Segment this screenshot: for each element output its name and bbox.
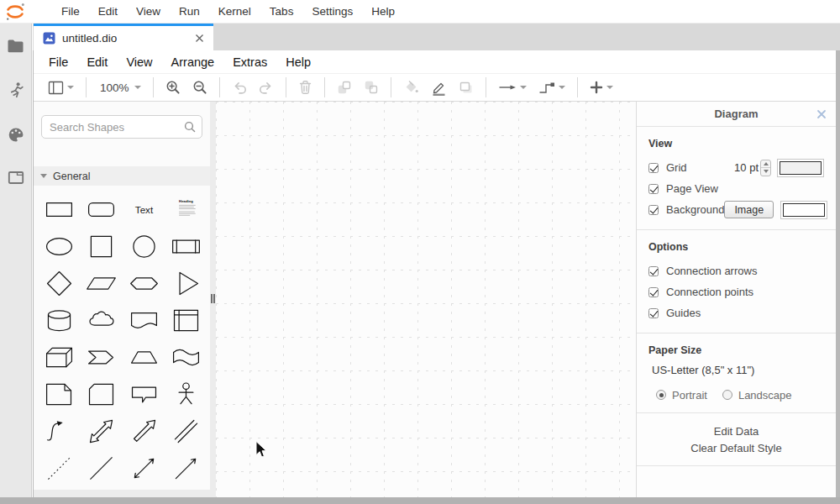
diagram-canvas[interactable] <box>216 102 636 497</box>
shape-bidirectional-block-arrow[interactable] <box>83 412 120 449</box>
paper-size-section: Paper Size US-Letter (8,5" x 11") Portra… <box>637 333 836 413</box>
page-view-label: Page View <box>666 182 718 195</box>
shape-rounded-rectangle[interactable] <box>83 191 120 228</box>
grid-color-swatch[interactable] <box>777 159 824 177</box>
shape-block-arrow[interactable] <box>125 412 162 449</box>
shape-card[interactable] <box>83 375 120 412</box>
undo-button[interactable] <box>228 81 250 95</box>
to-back-button[interactable] <box>360 80 382 95</box>
jupyter-menu-edit[interactable]: Edit <box>89 0 127 24</box>
jupyter-menu-tabs[interactable]: Tabs <box>260 0 303 24</box>
line-color-button[interactable] <box>428 80 450 96</box>
shape-textbox[interactable]: Heading <box>168 191 205 228</box>
paper-size-title: Paper Size <box>648 344 824 356</box>
shape-grid: TextHeading <box>34 186 210 490</box>
shape-tape[interactable] <box>168 339 205 375</box>
connection-arrows-checkbox[interactable] <box>648 266 659 276</box>
shape-rectangle[interactable] <box>40 191 77 228</box>
shape-text[interactable]: Text <box>125 191 162 228</box>
folder-icon[interactable] <box>7 39 24 54</box>
shape-triangle[interactable] <box>168 265 205 302</box>
jupyter-menu-run[interactable]: Run <box>170 0 209 24</box>
jupyter-menu-items: FileEditViewRunKernelTabsSettingsHelp <box>52 0 404 24</box>
drawio-menu-view[interactable]: View <box>117 55 161 69</box>
shape-cube[interactable] <box>40 339 77 375</box>
drawio-menu-file[interactable]: File <box>39 55 77 69</box>
shape-dashed-line[interactable] <box>40 449 77 486</box>
page-view-checkbox[interactable] <box>648 184 659 194</box>
shape-process[interactable] <box>168 228 205 265</box>
window-icon[interactable] <box>8 171 24 185</box>
shape-step[interactable] <box>83 339 120 375</box>
stepper-down-icon[interactable] <box>761 168 770 176</box>
waypoints-button[interactable] <box>535 81 569 94</box>
portrait-radio[interactable] <box>656 390 666 400</box>
drawio-menubar: FileEditViewArrangeExtrasHelp <box>34 50 836 73</box>
landscape-radio[interactable] <box>722 390 732 400</box>
zoom-level-dropdown[interactable]: 100% <box>95 81 144 94</box>
shape-callout[interactable] <box>125 375 162 412</box>
shape-note[interactable] <box>40 375 77 412</box>
drawio-menu-edit[interactable]: Edit <box>77 55 117 69</box>
shape-document[interactable] <box>125 302 162 339</box>
shape-trapezoid[interactable] <box>125 339 162 375</box>
shapes-canvas-divider[interactable] <box>210 102 216 497</box>
clear-default-style-button[interactable]: Clear Default Style <box>637 440 836 457</box>
shapes-section-general[interactable]: General <box>34 166 210 186</box>
close-panel-icon[interactable] <box>816 109 827 119</box>
divider-grip-icon[interactable] <box>211 294 215 303</box>
shape-diamond[interactable] <box>40 265 77 302</box>
drawio-menu-help[interactable]: Help <box>276 55 320 69</box>
fill-color-button[interactable] <box>400 80 423 95</box>
shape-circle[interactable] <box>125 228 162 265</box>
connection-style-button[interactable] <box>495 82 530 92</box>
delete-button[interactable] <box>295 80 316 95</box>
background-color-swatch[interactable] <box>780 201 827 219</box>
shape-ellipse[interactable] <box>40 228 77 265</box>
drawio-menu-arrange[interactable]: Arrange <box>162 55 224 69</box>
shape-directional-arrow[interactable] <box>168 449 205 486</box>
stepper-up-icon[interactable] <box>761 160 770 169</box>
edit-data-button[interactable]: Edit Data <box>637 423 836 440</box>
grid-size-stepper[interactable] <box>760 160 771 176</box>
drawio-toolbar: 100% <box>34 73 836 102</box>
view-panels-button[interactable] <box>45 81 77 95</box>
tab-close-icon[interactable] <box>194 33 205 44</box>
redo-button[interactable] <box>255 81 277 95</box>
jupyter-menu-view[interactable]: View <box>127 0 170 24</box>
jupyter-menu-help[interactable]: Help <box>362 0 404 24</box>
zoom-out-button[interactable] <box>189 80 211 95</box>
activity-bar <box>0 24 32 504</box>
shape-line[interactable] <box>83 449 120 486</box>
shape-link[interactable] <box>168 412 205 449</box>
tab-untitled-dio[interactable]: untitled.dio <box>34 24 213 50</box>
zoom-in-button[interactable] <box>162 80 184 95</box>
paper-size-select[interactable]: US-Letter (8,5" x 11") <box>652 364 824 376</box>
running-person-icon[interactable] <box>8 81 24 99</box>
drawio-menu-extras[interactable]: Extras <box>223 55 276 69</box>
jupyter-menu-settings[interactable]: Settings <box>302 0 362 24</box>
connection-points-checkbox[interactable] <box>648 287 659 297</box>
option-label: Guides <box>666 307 701 319</box>
search-shapes-input[interactable] <box>41 115 202 139</box>
grid-checkbox[interactable] <box>648 163 659 173</box>
to-front-button[interactable] <box>333 80 355 95</box>
shape-cylinder[interactable] <box>40 302 77 339</box>
shape-bidirectional-arrow[interactable] <box>125 449 162 486</box>
jupyter-menu-kernel[interactable]: Kernel <box>209 0 260 24</box>
tab-bar: untitled.dio <box>33 24 840 50</box>
shape-square[interactable] <box>83 228 120 265</box>
background-image-button[interactable]: Image <box>724 201 774 218</box>
shape-cloud[interactable] <box>83 302 120 339</box>
shape-actor[interactable] <box>168 375 205 412</box>
jupyter-menu-file[interactable]: File <box>52 0 89 24</box>
shape-hexagon[interactable] <box>125 265 162 302</box>
palette-icon[interactable] <box>8 127 24 143</box>
guides-checkbox[interactable] <box>648 308 659 318</box>
shadow-button[interactable] <box>455 81 477 95</box>
shape-internal-storage[interactable] <box>168 302 205 339</box>
insert-button[interactable] <box>586 81 617 94</box>
background-checkbox[interactable] <box>648 205 659 215</box>
shape-curve[interactable] <box>40 412 77 449</box>
shape-parallelogram[interactable] <box>83 265 120 302</box>
